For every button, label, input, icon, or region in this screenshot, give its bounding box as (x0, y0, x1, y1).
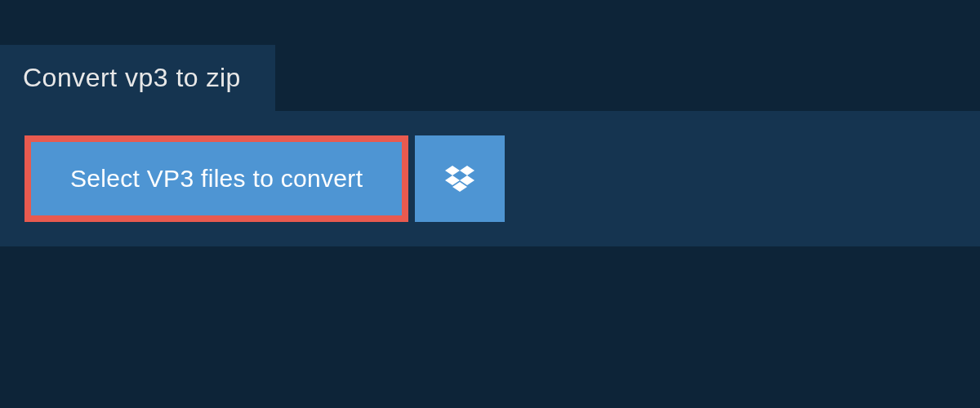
select-files-label: Select VP3 files to convert (70, 166, 363, 191)
tab-bar: Convert vp3 to zip (0, 45, 980, 111)
select-files-button[interactable]: Select VP3 files to convert (24, 135, 408, 222)
converter-panel: Select VP3 files to convert (0, 111, 980, 246)
button-row: Select VP3 files to convert (24, 135, 956, 222)
tab-title: Convert vp3 to zip (23, 63, 241, 92)
dropbox-button[interactable] (415, 135, 505, 222)
tab-convert[interactable]: Convert vp3 to zip (0, 45, 275, 111)
dropbox-icon (445, 166, 474, 192)
